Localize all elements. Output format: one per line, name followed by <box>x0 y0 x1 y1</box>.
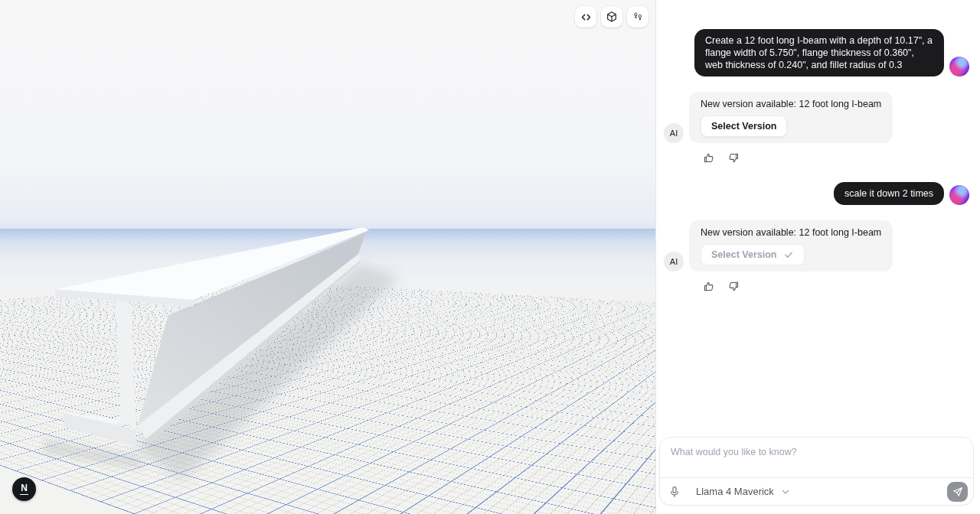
chat-message-list[interactable]: Create a 12 foot long I-beam with a dept… <box>656 0 980 436</box>
assistant-avatar: AI <box>664 252 684 272</box>
microphone-button[interactable] <box>668 486 681 498</box>
chevron-down-icon <box>780 486 791 497</box>
thumbs-down-icon <box>728 281 740 292</box>
model-selector[interactable]: Llama 4 Maverick <box>696 486 791 497</box>
viewport-toolbar <box>575 6 648 28</box>
assistant-message-row: AI New version available: 12 foot long I… <box>664 92 969 143</box>
select-version-label: Select Version <box>711 249 776 260</box>
user-message-row: scale it down 2 times <box>664 182 969 205</box>
assistant-avatar: AI <box>664 123 684 143</box>
assistant-message-row: AI New version available: 12 foot long I… <box>664 220 969 272</box>
thumbs-up-icon <box>703 152 714 164</box>
user-message-row: Create a 12 foot long I-beam with a dept… <box>664 29 969 76</box>
thumbs-up-button[interactable] <box>703 281 714 292</box>
thumbs-down-button[interactable] <box>728 152 740 164</box>
user-message-bubble: scale it down 2 times <box>834 182 944 205</box>
chat-input[interactable] <box>660 438 973 477</box>
cube-icon <box>606 11 618 23</box>
walkthrough-icon <box>632 11 644 23</box>
walkthrough-button[interactable] <box>627 6 648 28</box>
thumbs-up-icon <box>703 281 714 292</box>
assistant-message-bubble: New version available: 12 foot long I-be… <box>689 220 893 272</box>
ibeam-model[interactable] <box>0 0 655 514</box>
thumbs-down-button[interactable] <box>728 281 740 292</box>
send-button[interactable] <box>947 482 968 502</box>
composer-inputbox: Llama 4 Maverick <box>659 437 974 506</box>
microphone-icon <box>668 486 681 498</box>
feedback-row <box>703 281 969 292</box>
composer: Llama 4 Maverick <box>659 437 974 506</box>
assistant-message-bubble: New version available: 12 foot long I-be… <box>689 92 893 143</box>
logo-letter: N <box>20 483 28 495</box>
check-icon <box>783 249 794 260</box>
app-logo-button[interactable]: N <box>12 477 36 501</box>
3d-viewport-canvas[interactable]: N <box>0 0 655 514</box>
code-icon <box>580 11 592 23</box>
select-version-button-selected[interactable]: Select Version <box>701 244 805 265</box>
thumbs-up-button[interactable] <box>703 152 714 164</box>
code-view-button[interactable] <box>575 6 596 28</box>
assistant-message-text: New version available: 12 foot long I-be… <box>701 98 881 110</box>
app: N Create a 12 foot long I-beam with a de… <box>0 0 980 514</box>
user-avatar <box>949 185 969 205</box>
feedback-row <box>703 152 969 164</box>
chat-panel: Create a 12 foot long I-beam with a dept… <box>655 0 980 514</box>
composer-toolbar: Llama 4 Maverick <box>660 477 973 505</box>
thumbs-down-icon <box>728 152 740 164</box>
select-version-label: Select Version <box>711 121 776 132</box>
3d-view-button[interactable] <box>601 6 622 28</box>
assistant-message-text: New version available: 12 foot long I-be… <box>701 226 881 239</box>
user-avatar <box>949 57 969 76</box>
select-version-button[interactable]: Select Version <box>701 115 787 137</box>
user-message-bubble: Create a 12 foot long I-beam with a dept… <box>694 29 944 76</box>
model-selector-label: Llama 4 Maverick <box>696 486 774 497</box>
send-icon <box>952 486 963 497</box>
